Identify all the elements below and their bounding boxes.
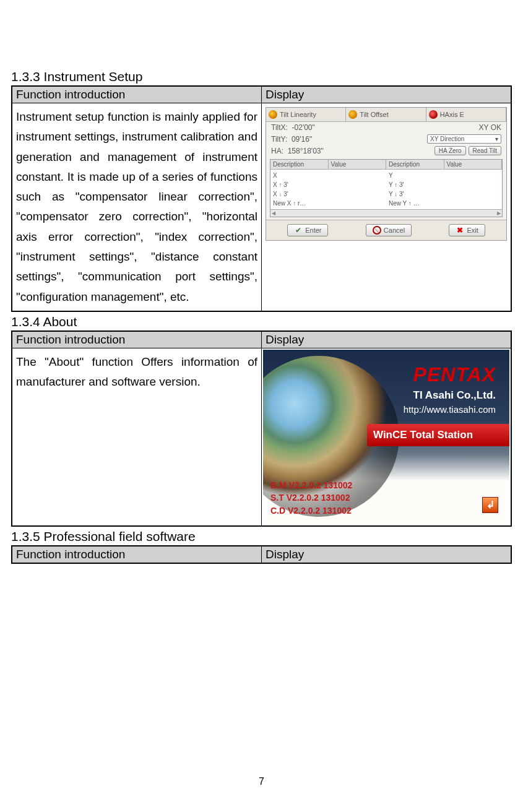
cancel-button[interactable]: ＼Cancel xyxy=(366,224,412,236)
version-bm: B.M V2.2.0.2 131002 xyxy=(270,479,352,491)
check-icon: ✔ xyxy=(294,226,303,235)
col-desc-2: Description xyxy=(386,160,444,169)
product-bar: WinCE Total Station xyxy=(367,424,509,446)
tilt-grid: Description Value Description Value X X … xyxy=(270,159,503,217)
th-func-intro: Function introduction xyxy=(12,546,262,563)
about-screenshot: PENTAX TI Asahi Co.,Ltd. http://www.tias… xyxy=(263,350,509,524)
grid-right-row: New Y ↑ … xyxy=(389,199,442,208)
ha-label: HA: xyxy=(271,147,283,155)
read-tilt-button[interactable]: Read Tilt xyxy=(469,146,501,155)
th-display: Display xyxy=(262,546,512,563)
table-134: Function introduction Display The "About… xyxy=(11,330,512,527)
warning-icon xyxy=(269,110,277,119)
table-133: Function introduction Display Instrument… xyxy=(11,85,512,312)
section-heading-135: 1.3.5 Professional field software xyxy=(11,529,512,544)
tab-haxis[interactable]: HAxis E xyxy=(426,108,506,121)
tilty-label: TiltY: xyxy=(271,135,287,144)
grid-right-row: Y ↑ 3' xyxy=(389,180,442,189)
th-display: Display xyxy=(262,331,512,348)
chevron-down-icon: ▾ xyxy=(495,136,498,142)
display-cell-134: PENTAX TI Asahi Co.,Ltd. http://www.tias… xyxy=(262,348,512,526)
version-cd: C.D V2.2.0.2 131002 xyxy=(270,504,352,517)
exit-button[interactable]: ✖Exit xyxy=(449,224,485,236)
intro-text-134: The "About" function Offers information … xyxy=(12,348,262,526)
tiltx-value: -02'00" xyxy=(292,123,315,132)
grid-right-row: Y xyxy=(389,171,442,180)
col-val-1: Value xyxy=(329,160,387,169)
grid-left-row: X ↓ 3' xyxy=(273,189,326,199)
tilty-value: 09'16" xyxy=(292,135,312,144)
scroll-right-icon[interactable]: ▶ xyxy=(497,210,501,216)
version-st: S.T V2.2.0.2 131002 xyxy=(270,491,352,504)
table-135: Function introduction Display xyxy=(11,545,512,564)
enter-button[interactable]: ✔Enter xyxy=(287,224,328,236)
tiltx-label: TiltX: xyxy=(271,123,288,132)
scroll-left-icon[interactable]: ◀ xyxy=(272,210,275,216)
xy-direction-dropdown[interactable]: XY Direction▾ xyxy=(427,134,501,144)
display-cell-133: Tilt Linearity Tilt Offset HAxis E TiltX… xyxy=(262,103,512,311)
company-name: TI Asahi Co.,Ltd. xyxy=(413,389,496,402)
page-number: 7 xyxy=(0,776,523,787)
xy-ok-label: XY OK xyxy=(479,123,501,132)
brand-logo: PENTAX xyxy=(413,363,496,386)
grid-left-row: X xyxy=(273,171,326,180)
instrument-setup-screenshot: Tilt Linearity Tilt Offset HAxis E TiltX… xyxy=(266,107,507,241)
grid-right-row: Y ↓ 3' xyxy=(389,189,442,199)
warning-icon xyxy=(348,110,357,119)
section-heading-134: 1.3.4 About xyxy=(11,314,512,329)
th-display: Display xyxy=(262,86,512,103)
horizontal-scrollbar[interactable]: ◀▶ xyxy=(270,209,502,217)
haxis-icon xyxy=(429,110,438,119)
tab-tilt-linearity[interactable]: Tilt Linearity xyxy=(266,108,346,121)
x-icon: ✖ xyxy=(456,226,464,235)
th-func-intro: Function introduction xyxy=(12,86,262,103)
grid-left-row: New X ↑ r… xyxy=(273,199,326,208)
grid-left-row: X ↑ 3' xyxy=(273,180,326,189)
col-val-2: Value xyxy=(444,160,503,169)
th-func-intro: Function introduction xyxy=(12,331,262,348)
ha-zero-button[interactable]: HA Zero xyxy=(434,146,466,155)
tab-tilt-offset[interactable]: Tilt Offset xyxy=(346,108,426,121)
exit-icon[interactable]: ↲ xyxy=(482,497,498,513)
section-heading-133: 1.3.3 Instrument Setup xyxy=(11,69,512,84)
intro-text-133: Instrument setup function is mainly appl… xyxy=(12,103,262,311)
tab-bar: Tilt Linearity Tilt Offset HAxis E xyxy=(266,108,506,122)
no-icon: ＼ xyxy=(373,226,381,235)
ha-value: 158°18'03" xyxy=(288,147,324,155)
company-url: http://www.tiasahi.com xyxy=(404,404,496,415)
col-desc-1: Description xyxy=(270,160,329,169)
version-block: B.M V2.2.0.2 131002 S.T V2.2.0.2 131002 … xyxy=(270,479,352,517)
